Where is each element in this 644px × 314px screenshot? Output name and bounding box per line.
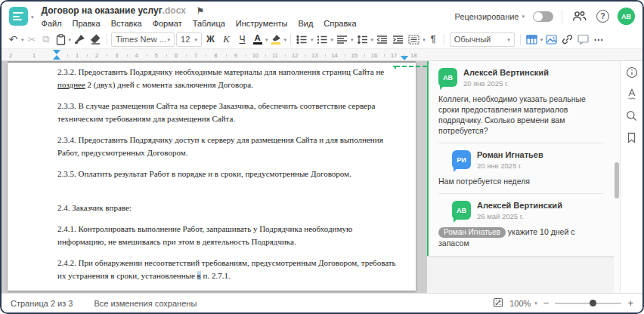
increase-indent-icon[interactable] (391, 32, 405, 47)
align-chevron-down-icon[interactable] (351, 37, 354, 42)
menu-edit[interactable]: Правка (73, 19, 101, 28)
app-menu-chevron-down-icon[interactable] (31, 14, 34, 20)
comment-author: Алексей Вертинский (477, 201, 562, 211)
font-color-button[interactable]: А (251, 32, 264, 47)
font-color-letter: А (254, 34, 260, 42)
review-mode-label: Рецензирование (455, 12, 519, 21)
menu-file[interactable]: Файл (42, 19, 62, 28)
paragraph-style-select[interactable]: Обычный (450, 32, 515, 47)
align-left-icon[interactable] (335, 32, 349, 47)
more-tools-icon[interactable] (592, 32, 605, 47)
font-size-select[interactable]: 12 (176, 32, 202, 47)
page-indicator: Страница 2 из 3 (11, 299, 73, 308)
menu-table[interactable]: Таблица (193, 19, 225, 28)
review-toggle[interactable] (533, 11, 553, 22)
comment-divider (438, 143, 604, 143)
spellcheck-icon[interactable] (625, 88, 639, 100)
comment-date: 20 янв 2025 г. (463, 79, 549, 88)
user-avatar[interactable]: АВ (618, 8, 635, 25)
numbered-list-icon[interactable] (315, 32, 330, 47)
font-family-select[interactable]: Times New ... (111, 32, 175, 47)
table-chevron-down-icon[interactable] (540, 37, 543, 42)
comment-anchor-connector (395, 66, 427, 67)
zoom-slider-handle[interactable] (590, 300, 596, 306)
scrollbar-thumb[interactable] (615, 162, 619, 199)
comment-thread[interactable]: АВ Алексей Вертинский 20 янв 2025 г. Кол… (427, 61, 614, 256)
document-canvas: 2.3.2. Предоставить Подрядчику необходим… (2, 61, 427, 293)
undo-chevron-down-icon[interactable] (21, 37, 24, 42)
first-line-indent-marker[interactable] (53, 50, 60, 54)
bold-button[interactable]: Ж (203, 32, 218, 47)
ruler-number: 10 (252, 52, 259, 59)
menu-help[interactable]: Справка (324, 19, 356, 28)
ruler-number: 2 (95, 52, 98, 59)
copy-button[interactable] (40, 32, 53, 47)
insert-link-icon[interactable] (560, 32, 574, 47)
bookmark-icon[interactable] (625, 131, 639, 144)
underline-button[interactable]: Ч (235, 32, 249, 47)
line-spacing-icon[interactable] (355, 32, 370, 47)
highlight-color-button[interactable] (270, 32, 283, 47)
insert-comment-icon[interactable] (576, 32, 590, 47)
chevron-down-icon (168, 37, 171, 42)
paste-button[interactable] (54, 32, 67, 47)
numbered-list-chevron-down-icon[interactable] (331, 37, 334, 42)
bullet-list-icon[interactable] (295, 32, 309, 47)
chevron-down-icon (534, 300, 537, 306)
comment-reply[interactable]: АВ Алексей Вертинский 26 май 2025 г. Ром… (438, 201, 604, 248)
document-page[interactable]: 2.3.2. Предоставить Подрядчику необходим… (8, 63, 416, 291)
ruler-number: 5 (155, 52, 158, 59)
zoom-select[interactable]: 100% (509, 299, 537, 308)
commented-text: позднее (57, 80, 85, 89)
undo-button[interactable] (7, 32, 20, 47)
ruler-number: 3 (115, 52, 118, 59)
cut-button[interactable] (26, 32, 39, 47)
collaboration-users-icon[interactable] (571, 9, 588, 24)
comment-date: 20 янв 2025 г. (477, 162, 543, 170)
comment-reply[interactable]: РИ Роман Игнатьев 20 янв 2025 г. Нам пот… (438, 150, 604, 186)
comment-text: Роман Игнатьев укажите 10 дней с запасом (438, 226, 603, 248)
menu-format[interactable]: Формат (153, 19, 182, 28)
paragraph-settings-chevron-down-icon[interactable] (423, 37, 426, 42)
help-icon[interactable]: ? (596, 10, 609, 23)
decrease-indent-icon[interactable] (375, 32, 389, 47)
ruler-number: 18 (410, 52, 416, 59)
search-icon[interactable] (625, 109, 639, 122)
italic-button[interactable]: К (219, 32, 234, 47)
format-painter-icon[interactable] (73, 32, 87, 47)
left-indent-marker[interactable] (53, 55, 60, 60)
nonprinting-characters-icon[interactable] (427, 32, 440, 47)
zoom-in-button[interactable] (627, 297, 633, 309)
line-spacing-chevron-down-icon[interactable] (371, 37, 374, 42)
menu-tools[interactable]: Инструменты (236, 19, 288, 28)
app-logo[interactable] (9, 7, 28, 26)
paragraph-style-value: Обычный (454, 35, 491, 44)
bullet-list-chevron-down-icon[interactable] (311, 37, 314, 42)
paste-chevron-down-icon[interactable] (69, 37, 72, 42)
app-window: Договор на оказание услуг.docx Файл Прав… (0, 0, 644, 314)
insert-table-icon[interactable] (525, 32, 539, 47)
fit-width-icon[interactable] (493, 297, 503, 309)
clear-style-eraser-icon[interactable] (88, 32, 103, 47)
ruler-number: 16 (371, 52, 377, 59)
insert-image-icon[interactable] (544, 32, 559, 47)
paragraph: 2.3.3. В случае размещения Сайта на серв… (57, 100, 410, 125)
comment-author: Роман Игнатьев (477, 150, 543, 160)
menu-insert[interactable]: Вставка (111, 19, 142, 28)
review-mode-dropdown[interactable]: Рецензирование (455, 12, 525, 21)
paragraph-settings-icon[interactable] (407, 32, 421, 47)
menu-bar: Файл Правка Вставка Формат Таблица Инстр… (42, 19, 357, 28)
flag-icon[interactable] (197, 6, 204, 15)
paragraph: 2.3.2. Предоставить Подрядчику необходим… (57, 66, 410, 91)
comment-date: 26 май 2025 г. (477, 212, 562, 220)
comment-avatar: АВ (438, 68, 457, 87)
font-color-chevron-down-icon[interactable] (265, 37, 268, 42)
vertical-scrollbar[interactable] (614, 61, 620, 293)
header-divider (562, 10, 562, 23)
comment-avatar: АВ (452, 201, 471, 220)
highlight-chevron-down-icon[interactable] (284, 37, 287, 42)
zoom-out-button[interactable] (543, 297, 550, 309)
info-icon[interactable] (625, 66, 639, 78)
menu-view[interactable]: Вид (298, 19, 313, 28)
zoom-slider[interactable] (555, 303, 621, 304)
